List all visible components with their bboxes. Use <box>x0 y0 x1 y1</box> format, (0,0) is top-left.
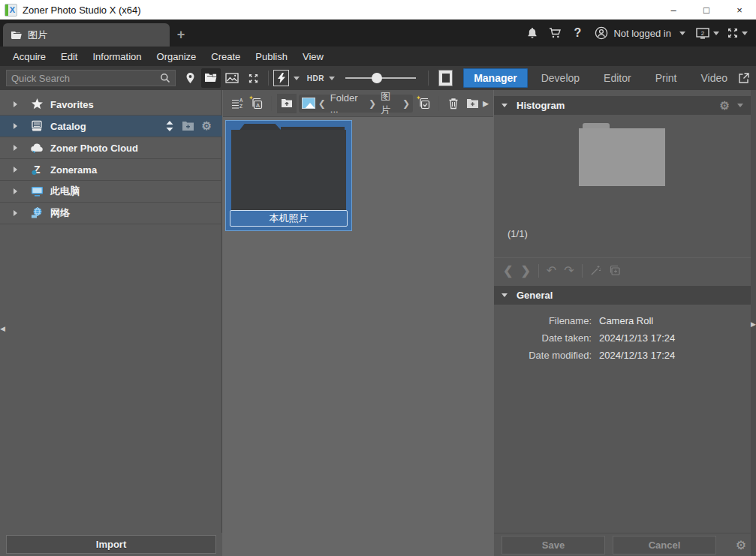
breadcrumb-forward-icon[interactable]: ❯ <box>402 98 410 109</box>
mode-video[interactable]: Video <box>690 68 738 88</box>
save-button[interactable]: Save <box>501 536 605 554</box>
expander-icon[interactable] <box>14 123 17 129</box>
sidebar-item-zonerama[interactable]: Z Zonerama <box>0 159 222 181</box>
toolbar-more-icon[interactable]: ▸ <box>483 96 489 110</box>
sidebar-item-catalog[interactable]: Catalog ⚙ <box>0 116 222 137</box>
tab-pictures[interactable]: 图片 <box>3 23 170 47</box>
slider-handle[interactable] <box>372 73 382 83</box>
menu-acquire[interactable]: Acquire <box>6 48 53 65</box>
account-menu[interactable]: Not logged in <box>590 26 690 40</box>
search-input[interactable] <box>11 73 160 84</box>
folder-tile-label: 本机照片 <box>230 210 348 227</box>
mode-editor[interactable]: Editor <box>593 68 642 88</box>
fullscreen-view-button[interactable] <box>243 68 263 88</box>
maximize-button[interactable]: □ <box>690 0 723 20</box>
add-folder-icon[interactable] <box>182 121 194 131</box>
quick-select-icon[interactable]: ✦ <box>415 94 433 113</box>
menu-view[interactable]: View <box>296 48 330 65</box>
folder-tab-icon <box>11 30 23 40</box>
folder-ghost-preview <box>579 128 665 186</box>
browser-view-button[interactable] <box>201 68 221 88</box>
breadcrumb-separator-icon[interactable]: ❯ <box>369 98 376 109</box>
new-folder-icon[interactable] <box>464 94 482 113</box>
import-button[interactable]: Import <box>6 535 216 554</box>
general-title: General <box>517 290 553 301</box>
menu-information[interactable]: Information <box>86 48 148 65</box>
preview-view-button[interactable] <box>222 68 242 88</box>
window-title: Zoner Photo Studio X (x64) <box>23 5 141 16</box>
fullscreen-button[interactable] <box>724 23 750 43</box>
mode-print[interactable]: Print <box>645 68 688 88</box>
new-tab-button[interactable]: + <box>170 23 192 47</box>
svg-text:A: A <box>256 101 260 108</box>
sort-order-icon[interactable] <box>165 121 174 131</box>
svg-text:A: A <box>239 98 243 103</box>
menu-edit[interactable]: Edit <box>54 48 84 65</box>
badge-star-icon: ✦ <box>248 95 254 101</box>
sidebar-item-favorites[interactable]: Favorites <box>0 94 222 116</box>
histogram-settings-gear-icon[interactable]: ⚙ <box>720 99 730 113</box>
zoom-slider[interactable] <box>345 70 416 86</box>
add-to-stack-icon[interactable] <box>609 265 621 276</box>
thumbnail-size-toggle[interactable] <box>438 70 453 86</box>
cancel-button[interactable]: Cancel <box>613 536 716 554</box>
menu-publish[interactable]: Publish <box>248 48 294 65</box>
histogram-section-header[interactable]: Histogram ⚙ <box>494 96 751 115</box>
menu-create[interactable]: Create <box>204 48 247 65</box>
sidebar-item-zoner-photo-cloud[interactable]: Zoner Photo Cloud <box>0 137 222 159</box>
menu-organize[interactable]: Organize <box>150 48 203 65</box>
expander-icon[interactable] <box>14 167 17 173</box>
next-image-icon[interactable]: ❯ <box>520 263 530 278</box>
sidebar-item-this-pc[interactable]: 此电脑 <box>0 181 222 203</box>
folder-tile-selected[interactable]: 本机照片 <box>225 120 352 231</box>
sidebar-item-label: 网络 <box>50 206 70 220</box>
expander-icon[interactable] <box>14 188 17 194</box>
expander-icon[interactable] <box>14 101 17 107</box>
hdr-label[interactable]: HDR <box>307 74 324 83</box>
catalog-icon <box>29 120 44 132</box>
actions-settings-gear-icon[interactable]: ⚙ <box>736 538 746 552</box>
computer-icon <box>29 186 44 197</box>
breadcrumb-current[interactable]: 图片 <box>379 90 399 117</box>
sidebar-item-network[interactable]: 网络 <box>0 203 222 224</box>
expander-icon[interactable] <box>14 145 17 151</box>
hdr-dropdown-icon[interactable] <box>329 77 335 80</box>
flash-dropdown-icon[interactable] <box>294 77 300 80</box>
gps-pin-icon[interactable] <box>180 68 200 88</box>
breadcrumb-back-icon[interactable]: ❮ <box>318 98 326 109</box>
mode-manager[interactable]: Manager <box>463 68 528 88</box>
rotate-right-icon[interactable]: ↷ <box>564 263 574 278</box>
breadcrumb-folder[interactable]: Folder ... <box>329 92 366 115</box>
meta-label: Date modified: <box>494 350 592 361</box>
chevron-down-icon[interactable] <box>737 104 743 107</box>
selection-count: (1/1) <box>494 222 751 247</box>
mode-tabs: Manager Develop Editor Print Video <box>463 68 738 88</box>
collapse-left-panel-handle[interactable]: ◀ <box>0 319 5 338</box>
folder-up-icon[interactable] <box>277 94 297 113</box>
shop-cart-icon[interactable] <box>545 23 565 43</box>
prev-image-icon[interactable]: ❮ <box>503 263 513 278</box>
delete-trash-icon[interactable] <box>444 94 462 113</box>
titlebar: X Zoner Photo Studio X (x64) – □ × <box>0 0 756 20</box>
catalog-settings-gear-icon[interactable]: ⚙ <box>202 119 212 133</box>
quick-filter-icon[interactable]: ✦ A <box>248 94 266 113</box>
close-button[interactable]: × <box>723 0 756 20</box>
auto-enhance-wand-icon[interactable] <box>590 265 601 276</box>
general-section-header[interactable]: General <box>494 286 751 305</box>
account-icon <box>595 26 608 40</box>
open-external-icon[interactable] <box>738 72 750 84</box>
monitor-layout-button[interactable]: 2 <box>693 23 721 43</box>
notifications-bell-icon[interactable] <box>523 23 542 43</box>
rotate-left-icon[interactable]: ↶ <box>547 263 556 278</box>
expander-icon[interactable] <box>14 210 17 216</box>
minimize-button[interactable]: – <box>657 0 690 20</box>
breadcrumb-thumbnail-icon[interactable] <box>302 98 315 109</box>
metadata-list: Filename: Camera Roll Date taken: 2024/1… <box>494 305 751 364</box>
mode-develop[interactable]: Develop <box>531 68 590 88</box>
account-label: Not logged in <box>613 28 671 39</box>
quick-search[interactable] <box>6 70 176 86</box>
collapse-right-panel-handle[interactable]: ▶ <box>751 90 756 556</box>
help-icon[interactable]: ? <box>568 23 587 43</box>
flash-auto-adjust-icon[interactable] <box>273 70 288 86</box>
sort-az-icon[interactable]: AZ <box>228 94 246 113</box>
